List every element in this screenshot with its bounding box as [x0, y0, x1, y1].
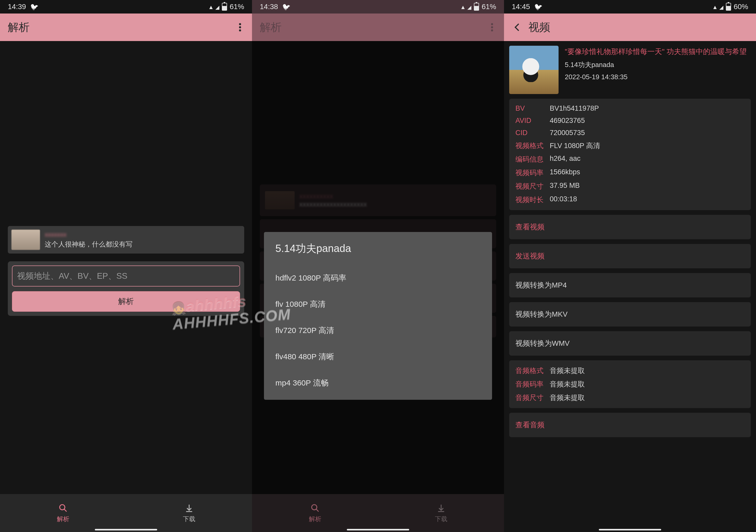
info-key: CID	[515, 129, 545, 137]
url-input[interactable]	[12, 265, 240, 286]
info-val: 00:03:18	[550, 195, 577, 204]
battery-percent: 61%	[230, 3, 244, 11]
video-subtitle: 5.14功夫panada	[565, 60, 747, 69]
info-val: FLV 1080P 高清	[550, 141, 600, 150]
quality-option[interactable]: flv480 480P 清晰	[275, 344, 481, 370]
quality-option[interactable]: flv720 720P 高清	[275, 317, 481, 344]
home-indicator[interactable]	[95, 529, 157, 530]
wifi-icon	[208, 3, 213, 11]
view-video-button[interactable]: 查看视频	[509, 215, 751, 239]
avatar	[12, 230, 40, 250]
info-row: 视频尺寸37.95 MB	[515, 182, 744, 191]
quality-option[interactable]: flv 1080P 高清	[275, 291, 481, 317]
info-row: 编码信息h264, aac	[515, 154, 744, 164]
nav-download-label: 下载	[435, 515, 447, 523]
info-val: BV1h5411978P	[550, 104, 599, 113]
quality-option[interactable]: hdflv2 1080P 高码率	[275, 265, 481, 291]
info-row: AVID469023765	[515, 117, 744, 125]
info-key: 视频码率	[515, 168, 545, 177]
parse-button[interactable]: 解析	[12, 291, 240, 312]
input-block: 解析	[8, 261, 244, 316]
view-audio-button[interactable]: 查看音频	[509, 413, 751, 437]
wifi-icon	[460, 3, 465, 11]
audio-info-card: 音频格式音频未提取 音频码率音频未提取 音频尺寸音频未提取	[509, 360, 751, 408]
app-title: 解析	[260, 20, 488, 35]
info-row: CID720005735	[515, 129, 744, 137]
battery-icon	[726, 3, 731, 11]
twitter-icon	[534, 3, 542, 11]
info-key: 视频时长	[515, 195, 545, 204]
result-card[interactable]: xxxxxxxxxx xxxxxxxxxxxxxxxxxxxx	[260, 184, 496, 216]
quality-option[interactable]: mp4 360P 流畅	[275, 370, 481, 396]
status-bar: 14:39 61%	[0, 0, 252, 13]
home-indicator[interactable]	[347, 529, 409, 530]
search-icon	[310, 503, 320, 513]
info-key: AVID	[515, 117, 545, 125]
app-title: 解析	[8, 20, 236, 35]
info-val: 音频未提取	[550, 380, 585, 389]
home-indicator[interactable]	[599, 529, 661, 530]
dialog-title: 5.14功夫panada	[275, 241, 481, 255]
send-video-button[interactable]: 发送视频	[509, 244, 751, 268]
info-val: 469023765	[550, 117, 585, 125]
video-thumbnail[interactable]	[509, 46, 558, 94]
status-time: 14:38	[260, 3, 278, 11]
info-val: 37.95 MB	[550, 182, 580, 191]
battery-icon	[474, 3, 479, 11]
status-bar: 14:45 60%	[504, 0, 756, 13]
battery-icon	[222, 3, 227, 11]
app-bar: 解析	[252, 13, 504, 41]
info-key: 视频格式	[515, 141, 545, 150]
more-icon[interactable]	[236, 20, 244, 35]
status-time: 14:39	[8, 3, 26, 11]
nav-parse-label: 解析	[57, 515, 69, 523]
convert-mkv-button[interactable]: 视频转换为MKV	[509, 302, 751, 327]
twitter-icon	[282, 3, 290, 11]
video-info-card: BVBV1h5411978P AVID469023765 CID72000573…	[509, 99, 751, 210]
bottom-nav: 解析 下载	[252, 494, 504, 532]
info-row: 视频时长00:03:18	[515, 195, 744, 204]
info-val: h264, aac	[550, 154, 580, 164]
info-key: 音频尺寸	[515, 393, 545, 402]
info-row: 音频格式音频未提取	[515, 366, 744, 375]
app-bar: 解析	[0, 13, 252, 41]
info-key: BV	[515, 104, 545, 113]
battery-percent: 61%	[482, 3, 496, 11]
quality-dialog: 5.14功夫panada hdflv2 1080P 高码率 flv 1080P …	[264, 232, 492, 400]
profile-name: xxxxxxx	[45, 231, 132, 238]
twitter-icon	[30, 3, 39, 11]
info-row: 音频码率音频未提取	[515, 380, 744, 389]
info-key: 编码信息	[515, 154, 545, 164]
info-val: 720005735	[550, 129, 585, 137]
nav-download[interactable]: 下载	[378, 494, 504, 532]
back-icon[interactable]	[512, 22, 522, 33]
info-row: 视频码率1566kbps	[515, 168, 744, 177]
info-val: 1566kbps	[550, 168, 580, 177]
video-timestamp: 2022-05-19 14:38:35	[565, 73, 747, 81]
video-thumbnail	[265, 191, 295, 209]
video-title: "要像珍惜礼物那样珍惜每一天" 功夫熊猫中的温暖与希望	[565, 47, 747, 57]
info-val: 音频未提取	[550, 393, 585, 402]
info-row: 音频尺寸音频未提取	[515, 393, 744, 402]
status-bar: 14:38 61%	[252, 0, 504, 13]
app-title: 视频	[528, 20, 748, 35]
status-time: 14:45	[512, 3, 530, 11]
download-icon	[184, 503, 194, 513]
convert-wmv-button[interactable]: 视频转换为WMV	[509, 331, 751, 356]
svg-point-2	[311, 505, 317, 510]
convert-mp4-button[interactable]: 视频转换为MP4	[509, 273, 751, 297]
profile-card[interactable]: xxxxxxx 这个人很神秘，什么都没有写	[8, 226, 244, 253]
nav-parse[interactable]: 解析	[0, 494, 126, 532]
nav-download[interactable]: 下载	[126, 494, 252, 532]
bottom-nav: 解析 下载	[0, 494, 252, 532]
result-title: xxxxxxxxxx	[299, 192, 367, 200]
nav-parse[interactable]: 解析	[252, 494, 378, 532]
info-row: BVBV1h5411978P	[515, 104, 744, 113]
video-header: "要像珍惜礼物那样珍惜每一天" 功夫熊猫中的温暖与希望 5.14功夫panada…	[509, 46, 751, 94]
download-icon	[436, 503, 446, 513]
battery-percent: 60%	[734, 3, 748, 11]
svg-line-3	[316, 509, 318, 512]
svg-line-1	[64, 509, 67, 512]
info-val: 音频未提取	[550, 366, 585, 375]
more-icon[interactable]	[488, 20, 496, 35]
